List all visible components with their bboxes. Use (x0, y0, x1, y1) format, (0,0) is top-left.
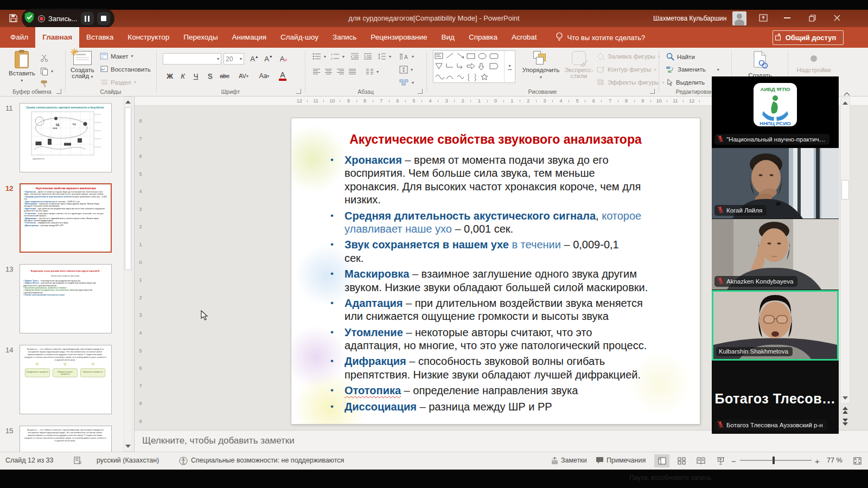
zoom-slider-thumb[interactable] (773, 457, 775, 464)
align-left-button[interactable] (312, 68, 321, 75)
shapes-more-button[interactable]: ▾ (504, 51, 515, 82)
align-right-button[interactable] (336, 68, 344, 75)
thumbnail-slide-12[interactable]: Акустические свойства звукового анализат… (20, 183, 112, 253)
char-spacing-button[interactable]: AV▾ (234, 70, 253, 82)
scroll-up-icon[interactable] (841, 99, 850, 107)
strikethrough-button[interactable]: abc (217, 70, 232, 82)
paste-button[interactable]: Вставить▾ (9, 51, 35, 83)
bullets-button[interactable]: ▾ (312, 53, 326, 60)
cut-button[interactable] (40, 54, 48, 62)
create-pdf-button[interactable]: Создать (741, 51, 779, 79)
zoom-out-button[interactable]: − (731, 457, 736, 466)
previous-slide-button[interactable] (841, 406, 850, 414)
quick-styles-button[interactable]: Экспресс- стили (563, 51, 595, 79)
select-button[interactable]: Выделить (666, 79, 705, 86)
next-slide-button[interactable] (841, 418, 850, 426)
tell-me-box[interactable]: Что вы хотите сделать? (556, 27, 645, 48)
presentation-mode-icon[interactable] (754, 10, 773, 26)
thumbnail-slide-13[interactable]: Коррекция слуха должна быть обязательно … (20, 264, 112, 333)
slide-bullet[interactable]: •Маскировка – взаимное заглушение одного… (330, 267, 651, 294)
convert-smartart-button[interactable]: ▾ (399, 79, 414, 86)
numbering-button[interactable]: 12▾ (331, 53, 344, 60)
tab-Справка[interactable]: Справка (462, 27, 505, 48)
replace-button[interactable]: abacЗаменить▾ (666, 66, 719, 73)
account-name[interactable]: Шахметова Кульбаршин (653, 15, 726, 22)
normal-view-button[interactable] (654, 454, 669, 467)
underline-button[interactable]: Ч (190, 70, 202, 82)
slide-canvas[interactable]: Акустические свойства звукового анализат… (291, 118, 700, 424)
shape-effects-button[interactable]: Эффекты фигуры▾ (597, 79, 665, 86)
zoom-in-button[interactable]: + (815, 457, 820, 466)
line-spacing-button[interactable]: ▾ (378, 53, 391, 60)
participant-tile-aknazken[interactable]: Aknazken Kondybayeva (712, 219, 839, 290)
slide-bullet[interactable]: •Утомление – некоторые авторы считают, ч… (330, 326, 651, 352)
increase-indent-button[interactable] (363, 53, 372, 60)
slide-bullet[interactable]: •Адаптация – при длительном воздействии … (330, 297, 651, 323)
tab-Запись[interactable]: Запись (326, 27, 363, 48)
tab-Acrobat[interactable]: Acrobat (505, 27, 544, 48)
arrange-button[interactable]: Упорядочить▾ (522, 51, 560, 80)
tab-Рецензирование[interactable]: Рецензирование (363, 27, 434, 48)
italic-button[interactable]: К (177, 70, 189, 82)
comments-toggle-button[interactable]: Примечания (596, 457, 646, 464)
tab-Переходы[interactable]: Переходы (176, 27, 225, 48)
decrease-indent-button[interactable] (350, 53, 359, 60)
slide-bullet[interactable]: •Хронаксия – время от момента подачи зву… (330, 153, 651, 207)
tab-Главная[interactable]: Главная (35, 27, 79, 48)
thumbnail-slide-14[interactable]: Тугоухость — это стойкое снижение слухов… (20, 345, 112, 414)
main-scrollbar-thumb[interactable] (841, 180, 849, 200)
notes-placeholder[interactable]: Щелкните, чтобы добавить заметки (142, 435, 295, 446)
slide-bullet[interactable]: •Дифракция – способность звуковой волны … (330, 355, 651, 381)
zoom-percentage[interactable]: 77 % (827, 457, 843, 464)
slide-bullet[interactable]: •Звук сохраняется в нашем ухе в течении … (330, 238, 651, 265)
slide-bullet[interactable]: •Ототопика – определение направления зву… (330, 384, 651, 397)
copy-button[interactable]: ▾ (40, 67, 53, 75)
close-button[interactable] (828, 10, 846, 26)
columns-button[interactable]: ▾ (366, 68, 379, 75)
addins-button[interactable]: Надстройки (793, 51, 834, 73)
font-dialog-launcher[interactable] (296, 89, 301, 94)
thumbnails-scroll-up-icon[interactable] (124, 98, 132, 106)
language-status[interactable]: русский (Казахстан) (97, 457, 159, 464)
justify-button[interactable] (348, 68, 356, 75)
fit-to-window-button[interactable] (850, 454, 865, 467)
change-case-button[interactable]: Aa▾ (255, 70, 273, 82)
font-size-combo[interactable]: 20▾ (224, 53, 244, 65)
main-scrollbar[interactable] (840, 98, 850, 403)
slide-counter[interactable]: Слайд 12 из 33 (5, 457, 54, 464)
share-button[interactable]: Общий доступ ▾ (773, 30, 844, 45)
shape-fill-button[interactable]: Заливка фигуры▾ (597, 53, 660, 60)
notes-toggle-button[interactable]: Заметки (551, 457, 587, 464)
tab-Вид[interactable]: Вид (435, 27, 462, 48)
thumbnail-slide-15[interactable]: Тугоухость — это стойкое снижение слухов… (20, 426, 112, 452)
participant-tile-botagoz[interactable]: Ботагоз Тлесов… Ботагоз Тлесовна Ауэзовс… (712, 361, 839, 434)
account-avatar[interactable] (732, 11, 746, 25)
shapes-gallery[interactable]: ▾ (433, 50, 515, 83)
slide-bullet-list[interactable]: •Хронаксия – время от момента подачи зву… (330, 153, 651, 413)
slide-title[interactable]: Акустические свойства звукового анализат… (291, 132, 700, 147)
participant-tile-nnpc[interactable]: АИБД ҰҒПО ННПЦ РСИО "Национальный научно… (712, 76, 839, 147)
align-text-button[interactable]: ▾ (399, 66, 413, 74)
thumbnails-scrollbar-thumb[interactable] (125, 107, 131, 270)
slideshow-view-button[interactable] (713, 454, 728, 467)
align-center-button[interactable] (324, 68, 333, 75)
layout-button[interactable]: Макет▾ (100, 53, 133, 60)
tab-Слайд-шоу[interactable]: Слайд-шоу (273, 27, 326, 48)
section-button[interactable]: Раздел▾ (100, 79, 136, 86)
zoom-slider-track[interactable] (740, 460, 812, 461)
new-slide-button[interactable]: Создать слайд ▾ (71, 51, 94, 79)
spellcheck-icon[interactable] (74, 457, 82, 466)
slide-bullet[interactable]: •Диссоциация – разница между ШР и РР (330, 400, 651, 413)
accessibility-status[interactable]: Специальные возможности: не поддерживают… (191, 457, 344, 464)
grow-font-button[interactable]: А▲ (248, 53, 260, 65)
find-button[interactable]: Найти (666, 53, 695, 61)
format-painter-button[interactable] (40, 80, 48, 88)
slide-sorter-view-button[interactable] (674, 454, 689, 467)
font-name-combo[interactable]: ▾ (163, 53, 221, 65)
paragraph-dialog-launcher[interactable] (418, 89, 423, 94)
tab-Анимация[interactable]: Анимация (225, 27, 273, 48)
participant-tile-kogai[interactable]: Когай Ляйля (712, 148, 839, 219)
tab-Конструктор[interactable]: Конструктор (120, 27, 176, 48)
minimize-button[interactable] (778, 10, 796, 26)
thumbnail-slide-11[interactable]: Уровни интенсивности звуковой активности… (20, 103, 112, 172)
